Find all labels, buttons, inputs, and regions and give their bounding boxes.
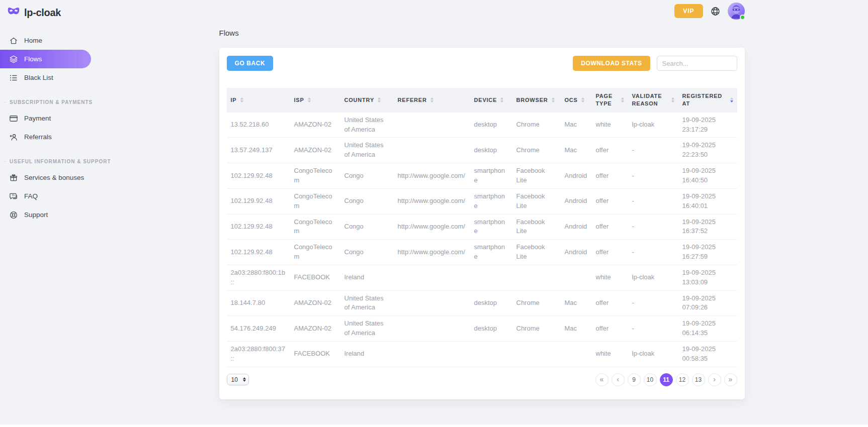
cell-device: smartphone bbox=[470, 163, 512, 189]
table-row: 102.129.92.48CongoTelecomCongohttp://www… bbox=[227, 188, 737, 214]
column-header-ocs[interactable]: OCS bbox=[561, 88, 592, 113]
search-input[interactable] bbox=[657, 56, 737, 71]
sort-arrows-icon bbox=[308, 97, 311, 102]
column-header-page-type[interactable]: PAGE TYPE bbox=[592, 88, 628, 113]
cell-page-type: offer bbox=[592, 316, 628, 342]
last-page-button[interactable]: » bbox=[724, 373, 737, 386]
cell-page-type: offer bbox=[592, 163, 628, 189]
cell-ip: 13.52.218.60 bbox=[227, 113, 290, 138]
flows-card: GO BACK DOWNLOAD STATS IPISPCOUNTRYREFER… bbox=[219, 48, 745, 399]
column-header-ip[interactable]: IP bbox=[227, 88, 290, 113]
cell-ip: 102.129.92.48 bbox=[227, 240, 290, 265]
cell-country: Congo bbox=[340, 240, 394, 265]
cell-ip: 102.129.92.48 bbox=[227, 188, 290, 214]
cell-page-type: white bbox=[592, 265, 628, 290]
user-avatar[interactable] bbox=[728, 3, 745, 20]
cell-referer: http://www.google.com/ bbox=[394, 240, 470, 265]
cell-page-type: offer bbox=[592, 214, 628, 240]
go-back-button[interactable]: GO BACK bbox=[227, 56, 274, 71]
column-header-country[interactable]: COUNTRY bbox=[340, 88, 394, 113]
cell-validate-reason: - bbox=[628, 316, 678, 342]
sort-arrows-icon bbox=[581, 97, 584, 102]
sidebar-item-payment[interactable]: Payment bbox=[0, 109, 96, 128]
first-page-button[interactable]: « bbox=[595, 373, 609, 386]
cell-registered-at: 19-09-2025 00:58:35 bbox=[678, 341, 737, 367]
column-header-referer[interactable]: REFERER bbox=[394, 88, 470, 113]
globe-icon[interactable] bbox=[710, 6, 721, 17]
cell-validate-reason: lp-cloak bbox=[628, 341, 678, 367]
cell-ocs: Mac bbox=[561, 138, 592, 163]
sidebar-item-label: Services & bonuses bbox=[24, 174, 84, 181]
column-header-validate-reason[interactable]: VALIDATE REASON bbox=[628, 88, 678, 113]
cell-browser: Chrome bbox=[512, 316, 561, 342]
table-row: 54.176.249.249AMAZON-02United States of … bbox=[227, 316, 737, 342]
referrals-icon bbox=[9, 133, 18, 142]
sidebar-item-label: FAQ bbox=[24, 192, 38, 200]
cell-page-type: offer bbox=[592, 290, 628, 316]
sidebar-item-black-list[interactable]: Black List bbox=[0, 68, 96, 87]
cell-ip: 102.129.92.48 bbox=[227, 214, 290, 240]
next-page-button[interactable]: › bbox=[708, 373, 721, 386]
cell-referer bbox=[394, 341, 470, 367]
sidebar-item-flows[interactable]: Flows bbox=[0, 50, 91, 68]
sidebar-item-support[interactable]: Support bbox=[0, 205, 96, 224]
cell-browser bbox=[512, 341, 561, 367]
sidebar-item-referrals[interactable]: Referrals bbox=[0, 128, 96, 146]
svg-text:?!: ?! bbox=[12, 194, 15, 197]
cell-validate-reason: - bbox=[628, 240, 678, 265]
sidebar-item-faq[interactable]: ?!FAQ bbox=[0, 187, 96, 205]
cell-ip: 2a03:2880:f800:1b:: bbox=[227, 265, 290, 290]
cell-referer: http://www.google.com/ bbox=[394, 214, 470, 240]
page-13-button[interactable]: 13 bbox=[692, 373, 705, 386]
black-list-icon bbox=[9, 73, 18, 82]
cell-country: Congo bbox=[340, 188, 394, 214]
page-10-button[interactable]: 10 bbox=[644, 373, 657, 386]
column-header-isp[interactable]: ISP bbox=[290, 88, 340, 113]
sidebar-menu: HomeFlowsBlack ListSUBSCRIPTION & PAYMEN… bbox=[0, 31, 96, 224]
cell-validate-reason: - bbox=[628, 290, 678, 316]
brand-logo[interactable]: lp-cloak bbox=[0, 0, 96, 24]
cell-device: smartphone bbox=[470, 188, 512, 214]
page-title: Flows bbox=[219, 29, 745, 37]
cell-validate-reason: - bbox=[628, 138, 678, 163]
column-header-registered-at[interactable]: REGISTERED AT bbox=[678, 88, 737, 113]
page-size-select[interactable]: 10 bbox=[227, 374, 249, 385]
online-status-dot bbox=[740, 15, 745, 20]
page-12-button[interactable]: 12 bbox=[676, 373, 689, 386]
column-header-device[interactable]: DEVICE bbox=[470, 88, 512, 113]
sidebar-item-services-bonuses[interactable]: Services & bonuses bbox=[0, 168, 96, 187]
horizontal-scrollbar[interactable] bbox=[0, 424, 868, 427]
sort-arrows-icon bbox=[671, 97, 674, 102]
cell-device: desktop bbox=[470, 316, 512, 342]
cell-registered-at: 19-09-2025 23:17:29 bbox=[678, 113, 737, 138]
cell-ocs: Android bbox=[561, 163, 592, 189]
page-size-value: 10 bbox=[231, 376, 238, 383]
cell-browser: Chrome bbox=[512, 290, 561, 316]
sort-arrows-icon bbox=[500, 97, 503, 102]
download-stats-button[interactable]: DOWNLOAD STATS bbox=[573, 56, 650, 71]
table-row: 2a03:2880:f800:1b::FACEBOOKIrelandwhitel… bbox=[227, 265, 737, 290]
cell-referer bbox=[394, 113, 470, 138]
sort-arrows-icon bbox=[430, 97, 433, 102]
table-row: 102.129.92.48CongoTelecomCongohttp://www… bbox=[227, 163, 737, 189]
cell-ocs: Mac bbox=[561, 290, 592, 316]
page-11-active-button[interactable]: 11 bbox=[660, 373, 673, 386]
cell-isp: FACEBOOK bbox=[290, 341, 340, 367]
prev-page-button[interactable]: ‹ bbox=[612, 373, 625, 386]
cell-country: United States of America bbox=[340, 290, 394, 316]
sidebar-item-home[interactable]: Home bbox=[0, 31, 96, 50]
topbar: VIP bbox=[219, 3, 745, 20]
cell-device: desktop bbox=[470, 290, 512, 316]
page-9-button[interactable]: 9 bbox=[628, 373, 641, 386]
column-header-browser[interactable]: BROWSER bbox=[512, 88, 561, 113]
cell-device: desktop bbox=[470, 113, 512, 138]
sort-arrows-icon bbox=[730, 97, 733, 102]
section-title-subscription-payments: SUBSCRIPTION & PAYMENTS bbox=[0, 99, 96, 105]
cell-country: Congo bbox=[340, 163, 394, 189]
vip-button[interactable]: VIP bbox=[674, 4, 703, 18]
sidebar-item-label: Home bbox=[24, 37, 42, 44]
cell-isp: FACEBOOK bbox=[290, 265, 340, 290]
cell-browser: Chrome bbox=[512, 113, 561, 138]
cell-isp: CongoTelecom bbox=[290, 188, 340, 214]
cell-country: United States of America bbox=[340, 316, 394, 342]
